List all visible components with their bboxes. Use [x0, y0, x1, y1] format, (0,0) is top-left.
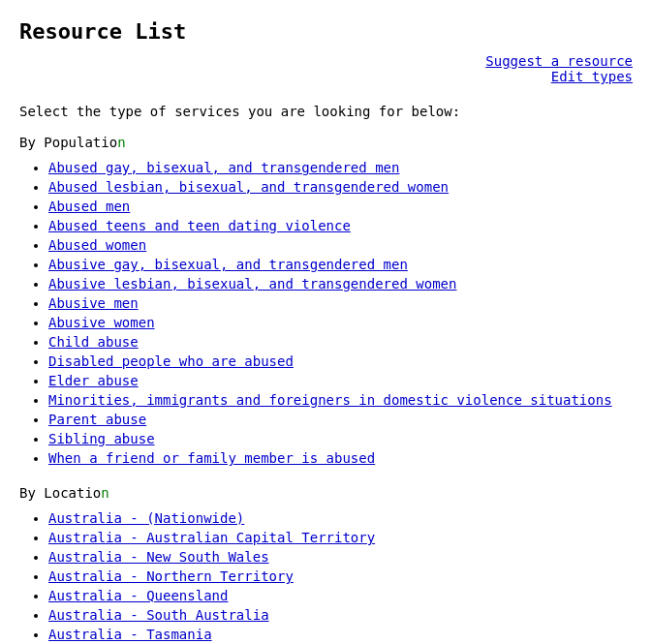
population-link[interactable]: When a friend or family member is abused [48, 450, 375, 466]
list-item: Disabled people who are abused [48, 353, 633, 369]
list-item: Child abuse [48, 334, 633, 350]
list-item: Parent abuse [48, 412, 633, 427]
population-link[interactable]: Abusive women [48, 315, 155, 330]
list-item: Australia - South Australia [48, 607, 633, 623]
list-item: Australia - Australian Capital Territory [48, 530, 633, 545]
list-item: Australia - (Nationwide) [48, 510, 633, 526]
list-item: Minorities, immigrants and foreigners in… [48, 392, 633, 408]
list-item: Australia - Northern Territory [48, 568, 633, 584]
location-link[interactable]: Australia - Australian Capital Territory [48, 530, 375, 545]
list-item: Abused gay, bisexual, and transgendered … [48, 160, 633, 175]
list-item: When a friend or family member is abused [48, 450, 633, 466]
by-location-section: By Location Australia - (Nationwide)Aust… [19, 485, 633, 642]
population-link[interactable]: Minorities, immigrants and foreigners in… [48, 392, 612, 408]
population-list: Abused gay, bisexual, and transgendered … [48, 160, 633, 466]
location-highlight-char: n [101, 485, 109, 501]
population-link[interactable]: Disabled people who are abused [48, 353, 294, 369]
population-link[interactable]: Elder abuse [48, 373, 139, 388]
location-link[interactable]: Australia - Northern Territory [48, 568, 294, 584]
page-title: Resource List [19, 19, 633, 44]
list-item: Abused men [48, 199, 633, 214]
population-link[interactable]: Abusive gay, bisexual, and transgendered… [48, 257, 408, 272]
list-item: Abusive women [48, 315, 633, 330]
list-item: Abusive lesbian, bisexual, and transgend… [48, 276, 633, 291]
location-list: Australia - (Nationwide)Australia - Aust… [48, 510, 633, 642]
list-item: Australia - Tasmania [48, 627, 633, 642]
population-link[interactable]: Abused teens and teen dating violence [48, 218, 351, 233]
list-item: Abused lesbian, bisexual, and transgende… [48, 179, 633, 195]
population-link[interactable]: Abusive lesbian, bisexual, and transgend… [48, 276, 456, 291]
population-link[interactable]: Child abuse [48, 334, 139, 350]
list-item: Australia - Queensland [48, 588, 633, 603]
population-link[interactable]: Abused women [48, 237, 146, 253]
location-link[interactable]: Australia - New South Wales [48, 549, 269, 565]
list-item: Abused women [48, 237, 633, 253]
list-item: Abused teens and teen dating violence [48, 218, 633, 233]
list-item: Abusive men [48, 295, 633, 311]
top-links-container: Suggest a resource Edit types [19, 53, 633, 84]
by-population-header: By Population [19, 135, 633, 150]
edit-types-link[interactable]: Edit types [19, 69, 633, 84]
location-link[interactable]: Australia - Queensland [48, 588, 228, 603]
by-location-header: By Location [19, 485, 633, 501]
location-link[interactable]: Australia - Tasmania [48, 627, 212, 642]
list-item: Abusive gay, bisexual, and transgendered… [48, 257, 633, 272]
population-link[interactable]: Abused men [48, 199, 130, 214]
population-link[interactable]: Abused gay, bisexual, and transgendered … [48, 160, 399, 175]
subtitle: Select the type of services you are look… [19, 104, 633, 119]
location-link[interactable]: Australia - (Nationwide) [48, 510, 244, 526]
by-population-section: By Population Abused gay, bisexual, and … [19, 135, 633, 466]
population-link[interactable]: Abusive men [48, 295, 139, 311]
population-highlight-char: n [117, 135, 125, 150]
population-link[interactable]: Abused lesbian, bisexual, and transgende… [48, 179, 449, 195]
list-item: Elder abuse [48, 373, 633, 388]
location-link[interactable]: Australia - South Australia [48, 607, 269, 623]
population-link[interactable]: Sibling abuse [48, 431, 155, 446]
list-item: Australia - New South Wales [48, 549, 633, 565]
population-link[interactable]: Parent abuse [48, 412, 146, 427]
list-item: Sibling abuse [48, 431, 633, 446]
suggest-resource-link[interactable]: Suggest a resource [19, 53, 633, 69]
